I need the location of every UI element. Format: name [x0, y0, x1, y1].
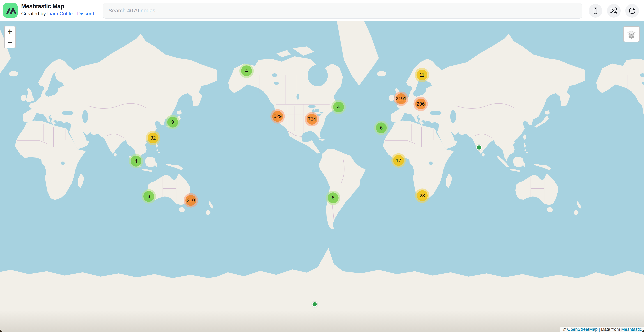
author-link[interactable]: Liam Cottle — [47, 11, 73, 16]
cluster-marker[interactable]: 724 — [305, 112, 319, 126]
cluster-count: 4 — [337, 104, 340, 110]
cluster-marker[interactable]: 210 — [184, 193, 198, 208]
zoom-out-button[interactable]: − — [5, 37, 15, 48]
cluster-inner-circle: 8 — [328, 192, 338, 203]
cluster-count: 210 — [187, 198, 195, 203]
cluster-marker[interactable]: 4 — [239, 64, 254, 78]
subtitle-prefix: Created by — [21, 11, 46, 16]
discord-link[interactable]: Discord — [77, 11, 94, 16]
cluster-count: 9 — [171, 119, 174, 125]
meshtastic-link[interactable]: Meshtastic — [621, 327, 642, 332]
meshtastic-logo-icon — [3, 3, 18, 18]
subtitle-separator: - — [74, 11, 76, 16]
map-canvas[interactable]: + − © OpenStreetMap | Data from Meshtast… — [0, 21, 644, 332]
cluster-marker[interactable]: 4 — [129, 154, 143, 168]
cluster-marker[interactable]: 11 — [415, 68, 429, 82]
cluster-inner-circle: 2191 — [396, 93, 406, 104]
page-title: Meshtastic Map — [21, 3, 94, 10]
cluster-inner-circle: 4 — [131, 156, 142, 167]
cluster-inner-circle: 296 — [415, 99, 426, 109]
node-marker[interactable] — [312, 302, 318, 307]
cluster-count: 8 — [147, 194, 150, 199]
brand-block: Meshtastic Map Created by Liam Cottle - … — [21, 3, 94, 17]
copyright-symbol: © — [563, 327, 567, 332]
cluster-inner-circle: 4 — [241, 66, 252, 76]
search-bar — [103, 3, 582, 19]
cluster-inner-circle: 11 — [416, 70, 427, 80]
refresh-icon — [628, 7, 636, 15]
shuffle-icon — [610, 7, 618, 15]
cluster-marker[interactable]: 529 — [270, 109, 285, 124]
world-map — [0, 21, 644, 332]
cluster-count: 6 — [380, 125, 382, 131]
cluster-inner-circle: 17 — [393, 155, 404, 166]
cluster-marker[interactable]: 23 — [415, 188, 430, 203]
cluster-count: 296 — [416, 101, 424, 107]
cluster-inner-circle: 210 — [186, 195, 196, 206]
cluster-count: 17 — [396, 158, 401, 163]
map-attribution: © OpenStreetMap | Data from Meshtastic — [560, 326, 644, 332]
cluster-count: 32 — [150, 135, 156, 141]
node-marker[interactable] — [476, 145, 482, 150]
zoom-in-button[interactable]: + — [5, 27, 15, 37]
cluster-count: 724 — [308, 117, 316, 122]
cluster-inner-circle: 6 — [376, 123, 387, 133]
attribution-separator: | Data from — [598, 327, 621, 332]
cluster-marker[interactable]: 4 — [331, 100, 346, 114]
cluster-count: 11 — [420, 72, 424, 78]
cluster-inner-circle: 9 — [167, 117, 178, 128]
cluster-inner-circle: 724 — [306, 114, 317, 125]
subtitle: Created by Liam Cottle - Discord — [21, 10, 94, 17]
cluster-count: 2191 — [396, 96, 406, 102]
cluster-inner-circle: 4 — [333, 102, 344, 112]
mobile-app-button[interactable] — [589, 4, 602, 18]
header-buttons — [589, 4, 639, 18]
refresh-button[interactable] — [625, 4, 639, 18]
app-header: Meshtastic Map Created by Liam Cottle - … — [0, 0, 644, 21]
cluster-count: 8 — [332, 195, 334, 201]
smartphone-icon — [592, 7, 599, 15]
layers-control[interactable] — [623, 26, 640, 43]
layers-icon — [627, 30, 636, 39]
cluster-count: 4 — [134, 158, 137, 164]
openstreetmap-link[interactable]: OpenStreetMap — [567, 327, 598, 332]
cluster-count: 23 — [420, 193, 425, 199]
cluster-inner-circle: 23 — [417, 190, 428, 201]
cluster-count: 529 — [274, 114, 282, 119]
cluster-marker[interactable]: 17 — [391, 153, 406, 168]
cluster-inner-circle: 8 — [144, 191, 154, 202]
cluster-marker[interactable]: 6 — [374, 121, 388, 135]
cluster-marker[interactable]: 8 — [326, 191, 340, 205]
cluster-count: 4 — [245, 68, 248, 74]
search-input[interactable] — [103, 3, 582, 19]
cluster-inner-circle: 32 — [148, 133, 158, 143]
cluster-marker[interactable]: 9 — [166, 115, 180, 129]
random-node-button[interactable] — [607, 4, 621, 18]
cluster-marker[interactable]: 2191 — [394, 92, 408, 106]
zoom-control: + − — [4, 26, 16, 48]
cluster-inner-circle: 529 — [272, 111, 283, 122]
cluster-marker[interactable]: 32 — [146, 131, 160, 145]
cluster-marker[interactable]: 8 — [142, 189, 156, 204]
cluster-marker[interactable]: 296 — [414, 97, 428, 111]
